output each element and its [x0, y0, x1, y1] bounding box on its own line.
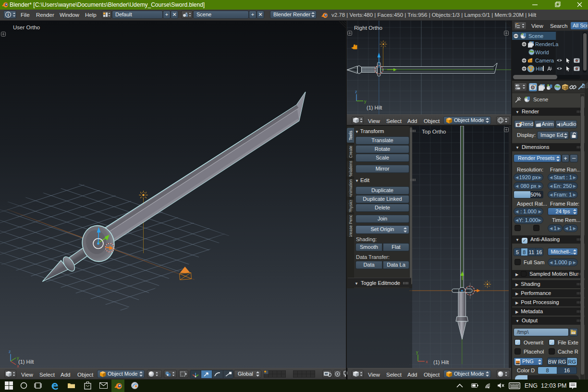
- svg-text:z: z: [9, 349, 11, 354]
- svg-text:User Ortho: User Ortho: [13, 24, 40, 30]
- svg-text:i: i: [8, 12, 9, 17]
- svg-text:(1) Hilt: (1) Hilt: [367, 105, 382, 110]
- svg-text:y: y: [364, 99, 367, 104]
- svg-text:y: y: [416, 350, 418, 355]
- svg-text:z: z: [355, 89, 357, 94]
- svg-text:x: x: [426, 359, 428, 364]
- svg-text:(1) Hilt: (1) Hilt: [18, 359, 34, 365]
- svg-text:Right Ortho: Right Ortho: [354, 25, 382, 31]
- svg-text:Top Ortho: Top Ortho: [422, 129, 446, 135]
- svg-text:(1) Hilt: (1) Hilt: [433, 359, 449, 365]
